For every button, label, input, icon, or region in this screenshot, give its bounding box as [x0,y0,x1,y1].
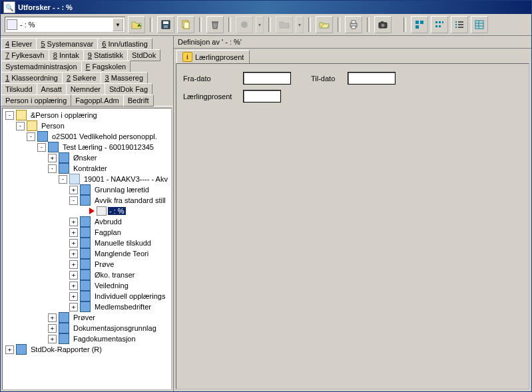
app-window: 🔍 Utforsker - - : % - : % ▼ ▼ ▼ [0,0,532,392]
nav-tab[interactable]: 4 Elever [1,38,37,50]
svg-rect-25 [455,27,457,28]
nav-tab[interactable]: Person i opplæring [1,95,71,106]
tree-label: Ønsker [72,154,98,162]
tree-node[interactable]: +Prøver [3,312,171,323]
expand-icon[interactable]: + [48,154,57,162]
left-panel: 4 Elever5 Systemansvar6 Inn/utlasting7 F… [1,36,174,391]
expand-icon[interactable]: + [69,218,78,226]
tree-node[interactable]: +Manuelle tilskudd [3,238,171,248]
tree-node[interactable]: +Øko. transer [3,270,171,280]
form-icon [16,344,27,355]
collapse-icon[interactable]: - [37,143,46,152]
item-icon [97,206,107,216]
tab-label: Lærlingprosent [195,53,244,61]
tree-label: Avvik fra standard still [93,196,167,204]
tree-node[interactable]: -o2S001 Vedlikehold personoppl. [3,131,171,142]
tree-node[interactable]: +StdDok-Rapporter (R) [3,344,171,355]
nav-tab[interactable]: 5 Systemansvar [36,38,98,50]
folder-icon [27,120,37,131]
tree-node[interactable]: -Kontrakter [3,163,171,174]
nav-tab[interactable]: 2 Søkere [62,72,101,84]
form-icon [59,323,69,333]
view-large-button[interactable] [411,16,428,33]
tree-node[interactable]: +Dokumentasjonsgrunnlag [3,323,171,333]
nav-tab[interactable]: F Fagskolen [81,61,131,73]
delete-button[interactable] [206,16,224,33]
collapse-icon[interactable]: - [16,122,25,130]
expand-icon[interactable]: + [5,345,14,354]
svg-rect-18 [442,21,443,23]
tree-view[interactable]: -&Person i opplæring-Person-o2S001 Vedli… [2,108,172,390]
input-fra-dato[interactable] [243,72,291,85]
tree-label: 19001 - NAAKV3---- - Akv [83,175,169,183]
nav-tab[interactable]: 3 Massereg [101,72,148,84]
stop-dropdown: ▼ [256,16,264,33]
expand-icon[interactable]: + [69,228,78,237]
nav-tab[interactable]: 9 Statistikk [83,49,128,61]
nav-tab[interactable]: StdDok [127,49,160,61]
combo-dropdown-icon[interactable]: ▼ [113,18,123,31]
nav-tab[interactable]: Tilskudd [1,83,37,95]
tree-node[interactable]: +Grunnlag læretid [3,184,171,195]
expand-icon[interactable]: + [69,250,78,258]
expand-icon[interactable]: + [69,282,78,290]
open-button [276,16,293,33]
expand-icon[interactable]: + [69,239,78,248]
nav-tab[interactable]: 7 Fylkesavh [1,49,49,61]
expand-icon[interactable]: + [69,260,78,269]
tree-node[interactable]: -Avvik fra standard still [3,195,171,206]
collapse-icon[interactable]: - [59,175,67,184]
tree-node[interactable]: +Ønsker [3,152,171,163]
tree-node[interactable]: -19001 - NAAKV3---- - Akv [3,174,171,184]
nav-tab[interactable]: Fagoppl.Adm [71,95,123,106]
nav-tab[interactable]: Bedrift [123,95,154,106]
collapse-icon[interactable]: - [48,164,57,173]
tree-node[interactable]: +Individuell opplærings [3,291,171,301]
nav-tab[interactable]: StdDok Fag [105,83,152,95]
collapse-icon[interactable]: - [5,111,14,120]
nav-tab[interactable]: Ansatt [37,83,67,95]
tree-node[interactable]: +Fagdokumentasjon [3,333,171,344]
view-small-button[interactable] [431,16,448,33]
collapse-icon[interactable]: - [27,132,35,141]
print-button[interactable] [345,16,362,33]
view-list-button[interactable] [451,16,468,33]
nav-tab[interactable]: Nemnder [66,83,105,95]
nav-tab[interactable]: 8 Inntak [49,49,84,61]
expand-icon[interactable]: + [48,313,57,322]
expand-icon[interactable]: + [69,292,78,301]
tree-node[interactable]: - : % [3,206,171,216]
expand-icon[interactable]: + [69,271,78,280]
browse-button[interactable] [316,16,333,33]
tree-node[interactable]: +Medlemsbedrifter [3,301,171,312]
camera-button[interactable] [374,16,392,33]
svg-rect-24 [458,24,463,25]
tree-node[interactable]: +Manglende Teori [3,248,171,259]
svg-rect-16 [435,21,437,23]
expand-icon[interactable]: + [48,335,57,343]
input-laerlingprosent[interactable] [243,90,281,102]
expand-icon[interactable]: + [48,324,57,333]
tree-node[interactable]: +Avbrudd [3,216,171,227]
nav-tab[interactable]: Systemadministrasjon [1,61,82,73]
tree-node[interactable]: +Fagplan [3,227,171,238]
form-icon [80,291,91,301]
view-details-button[interactable] [471,16,488,33]
folder-up-button[interactable] [128,16,145,33]
expand-icon[interactable]: + [69,303,78,311]
tree-node[interactable]: +Prøve [3,259,171,270]
collapse-icon[interactable]: - [69,196,78,205]
tab-laerlingprosent[interactable]: i Lærlingprosent [176,50,250,63]
tree-node[interactable]: -Person [3,120,171,131]
breadcrumb-combo[interactable]: - : % ▼ [5,17,125,33]
tree-label: Avbrudd [93,218,123,226]
expand-icon[interactable]: + [69,186,78,194]
tree-node[interactable]: -&Person i opplæring [3,110,171,120]
copy-button[interactable] [177,16,194,33]
nav-tab[interactable]: 1 Klasseordning [1,72,63,84]
save-button[interactable] [157,16,174,33]
tree-node[interactable]: -Test Lærling - 60019012345 [3,142,171,152]
tree-node[interactable]: +Veiledning [3,280,171,291]
input-til-dato[interactable] [348,72,396,85]
nav-tab[interactable]: 6 Inn/utlasting [97,38,152,50]
